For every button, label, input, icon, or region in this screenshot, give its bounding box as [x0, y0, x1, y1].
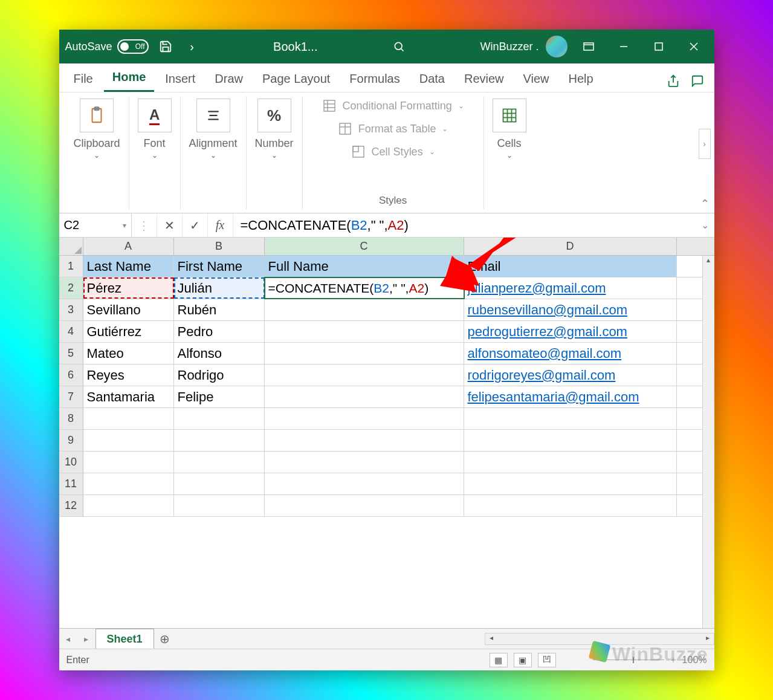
- view-page-layout-icon[interactable]: ▣: [514, 653, 532, 667]
- cell-last-name[interactable]: Mateo: [83, 343, 174, 364]
- sheet-nav-next[interactable]: ▸: [77, 634, 95, 644]
- cell-full-name[interactable]: [265, 299, 464, 320]
- font-button[interactable]: A: [138, 99, 172, 132]
- expand-formula-bar-icon[interactable]: ⌄: [696, 213, 714, 237]
- row-header[interactable]: 7: [59, 386, 83, 407]
- cell-last-name[interactable]: Pérez: [83, 277, 174, 299]
- header-last-name[interactable]: Last Name: [83, 256, 174, 277]
- user-avatar[interactable]: [546, 36, 568, 57]
- collapse-ribbon-icon[interactable]: ⌃: [700, 197, 710, 210]
- share-icon[interactable]: [662, 70, 684, 92]
- row-header[interactable]: 5: [59, 343, 83, 364]
- tab-review[interactable]: Review: [456, 66, 513, 92]
- chevron-down-icon[interactable]: ⌄: [152, 151, 158, 160]
- paste-button[interactable]: [80, 99, 114, 132]
- cell[interactable]: [265, 473, 464, 494]
- cell[interactable]: [83, 430, 174, 451]
- enter-formula-button[interactable]: ✓: [183, 213, 208, 237]
- cell[interactable]: [83, 473, 174, 494]
- cell[interactable]: [464, 473, 677, 494]
- cell-first-name[interactable]: Julián: [174, 277, 265, 299]
- number-button[interactable]: %: [257, 99, 291, 132]
- cell-email[interactable]: alfonsomateo@gmail.com: [464, 343, 677, 364]
- cell-first-name[interactable]: Pedro: [174, 321, 265, 342]
- add-sheet-button[interactable]: ⊕: [154, 632, 176, 646]
- tab-help[interactable]: Help: [560, 66, 602, 92]
- cell[interactable]: [265, 495, 464, 516]
- autosave-switch[interactable]: Off: [117, 39, 149, 54]
- cell[interactable]: [83, 408, 174, 429]
- select-all-corner[interactable]: [59, 238, 83, 255]
- row-header[interactable]: 9: [59, 430, 83, 451]
- formula-input[interactable]: =CONCATENATE(B2," ",A2): [233, 213, 696, 237]
- row-header[interactable]: 3: [59, 299, 83, 320]
- header-full-name[interactable]: Full Name: [265, 256, 464, 277]
- tab-insert[interactable]: Insert: [157, 66, 204, 92]
- row-header[interactable]: 10: [59, 452, 83, 473]
- cell[interactable]: [464, 452, 677, 473]
- tab-home[interactable]: Home: [104, 64, 155, 92]
- name-box[interactable]: C2: [59, 213, 132, 237]
- cell-last-name[interactable]: Gutiérrez: [83, 321, 174, 342]
- format-as-table-button[interactable]: Format as Table⌄: [338, 122, 448, 136]
- cell-email[interactable]: felipesantamaria@gmail.com: [464, 386, 677, 407]
- search-icon[interactable]: [389, 37, 409, 56]
- tab-page-layout[interactable]: Page Layout: [254, 66, 338, 92]
- cell-email[interactable]: rubensevillano@gmail.com: [464, 299, 677, 320]
- ribbon-scroll-right[interactable]: ›: [699, 129, 711, 159]
- vertical-scrollbar[interactable]: ▴: [702, 256, 714, 628]
- cell[interactable]: [265, 408, 464, 429]
- cancel-formula-button[interactable]: ✕: [157, 213, 183, 237]
- tab-data[interactable]: Data: [411, 66, 453, 92]
- fx-button[interactable]: fx: [208, 213, 233, 237]
- save-icon[interactable]: [156, 37, 175, 56]
- cell-first-name[interactable]: Alfonso: [174, 343, 265, 364]
- ribbon-mode-button[interactable]: [575, 37, 603, 56]
- tab-draw[interactable]: Draw: [206, 66, 251, 92]
- cell-first-name[interactable]: Rubén: [174, 299, 265, 320]
- row-header[interactable]: 12: [59, 495, 83, 516]
- header-email[interactable]: Email: [464, 256, 677, 277]
- cell-last-name[interactable]: Reyes: [83, 365, 174, 386]
- col-header-a[interactable]: A: [83, 238, 174, 255]
- cell-editing-formula[interactable]: =CONCATENATE(B2," ",A2): [265, 277, 464, 299]
- cell[interactable]: [174, 430, 265, 451]
- tab-view[interactable]: View: [515, 66, 558, 92]
- cell-email[interactable]: pedrogutierrez@gmail.com: [464, 321, 677, 342]
- cell-last-name[interactable]: Santamaria: [83, 386, 174, 407]
- autosave-toggle[interactable]: AutoSave Off: [65, 39, 149, 54]
- sheet-nav-prev[interactable]: ◂: [59, 634, 77, 644]
- cell-first-name[interactable]: Felipe: [174, 386, 265, 407]
- cell[interactable]: [174, 452, 265, 473]
- tab-formulas[interactable]: Formulas: [341, 66, 408, 92]
- cell-email[interactable]: rodrigoreyes@gmail.com: [464, 365, 677, 386]
- chevron-down-icon[interactable]: ⌄: [94, 151, 100, 160]
- chevron-down-icon[interactable]: ⌄: [506, 151, 513, 160]
- col-header-b[interactable]: B: [174, 238, 265, 255]
- col-header-c[interactable]: C: [265, 238, 464, 255]
- cell-styles-button[interactable]: Cell Styles⌄: [351, 144, 435, 159]
- cell-email[interactable]: julianperez@gmail.com: [464, 277, 677, 299]
- cell[interactable]: [464, 408, 677, 429]
- comments-icon[interactable]: [687, 70, 708, 92]
- row-header[interactable]: 6: [59, 365, 83, 386]
- formula-more-icon[interactable]: ⋮: [132, 213, 157, 237]
- cell[interactable]: [174, 473, 265, 494]
- minimize-button[interactable]: [610, 37, 638, 56]
- more-qat-icon[interactable]: ›: [183, 37, 202, 56]
- close-button[interactable]: [680, 37, 708, 56]
- cell[interactable]: [174, 408, 265, 429]
- document-title[interactable]: Book1...: [273, 40, 317, 54]
- cell-last-name[interactable]: Sevillano: [83, 299, 174, 320]
- header-first-name[interactable]: First Name: [174, 256, 265, 277]
- user-name[interactable]: WinBuzzer .: [480, 41, 539, 53]
- cell-first-name[interactable]: Rodrigo: [174, 365, 265, 386]
- row-header[interactable]: 8: [59, 408, 83, 429]
- alignment-button[interactable]: [196, 99, 230, 132]
- col-header-d[interactable]: D: [464, 238, 677, 255]
- cell[interactable]: [174, 495, 265, 516]
- sheet-tab-sheet1[interactable]: Sheet1: [95, 629, 154, 649]
- row-header[interactable]: 4: [59, 321, 83, 342]
- cell[interactable]: [83, 452, 174, 473]
- row-header[interactable]: 1: [59, 256, 83, 277]
